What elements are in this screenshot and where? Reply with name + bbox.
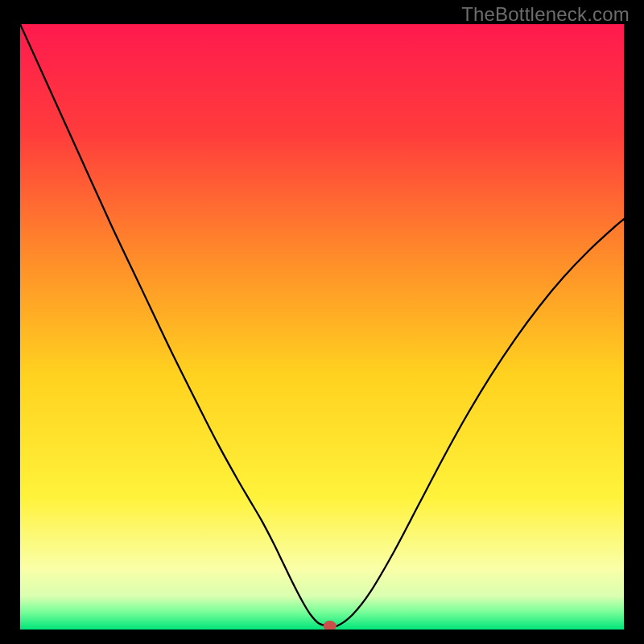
gradient-background xyxy=(20,24,624,630)
chart-svg xyxy=(20,24,624,630)
chart-frame: TheBottleneck.com xyxy=(0,0,644,644)
plot-area xyxy=(20,24,624,630)
watermark-text: TheBottleneck.com xyxy=(461,3,630,26)
